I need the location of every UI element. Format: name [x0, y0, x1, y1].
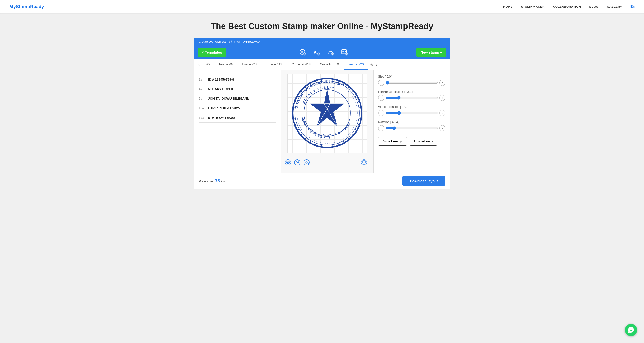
- tab-17[interactable]: Image #17: [262, 59, 287, 70]
- view-toggle-button[interactable]: [285, 159, 291, 167]
- svg-point-10: [343, 50, 344, 51]
- add-image-icon[interactable]: +: [340, 47, 349, 57]
- tabs-bar: ‹ #5 Image #6 Image #13 Image #17 Circle…: [194, 59, 450, 70]
- tab-next-arrow[interactable]: ›: [374, 59, 379, 70]
- vertical-increase-button[interactable]: ›: [439, 110, 445, 116]
- vertical-slider-container: ‹ ›: [378, 110, 445, 116]
- new-stamp-button[interactable]: New stamp +: [416, 48, 446, 57]
- plate-size-info: Plate size: 38 /mm: [199, 178, 227, 184]
- add-text-icon[interactable]: A +: [312, 47, 321, 57]
- svg-text:+: +: [332, 53, 334, 55]
- field-num-18: 18#: [199, 106, 208, 110]
- svg-point-66: [298, 160, 300, 162]
- controls-panel: Size [ 0.0 ] ‹ › Horizontal position [ 2…: [373, 70, 450, 173]
- size-slider-container: ‹ ›: [378, 80, 445, 86]
- canvas-panel: JONITA IDOWU BILESANMI NOTARY PUBLIC ID …: [281, 70, 373, 173]
- svg-text:+: +: [318, 53, 320, 55]
- size-control: Size [ 0.0 ] ‹ ›: [378, 75, 445, 86]
- tab-6[interactable]: Image #6: [214, 59, 237, 70]
- field-num-5: 5#: [199, 97, 208, 100]
- banner-text: Create your own stamp © mySTAMPready.com: [199, 40, 262, 43]
- navbar: MyStampReady HOME STAMP MAKER COLLABORAT…: [0, 0, 644, 13]
- plate-size-unit: /mm: [221, 179, 227, 183]
- vertical-label: Vertical position [ 23.7 ]: [378, 105, 445, 109]
- rotation-control: Rotation [ 49.4 ] ‹ ›: [378, 120, 445, 131]
- svg-rect-71: [363, 163, 365, 164]
- nav-gallery[interactable]: GALLERY: [607, 5, 622, 8]
- size-label: Size [ 0.0 ]: [378, 75, 445, 78]
- select-image-button[interactable]: Select image: [378, 137, 407, 146]
- rotation-decrease-button[interactable]: ‹: [378, 125, 384, 131]
- vertical-slider[interactable]: [386, 111, 438, 115]
- field-row-1: 1# ID # 123456789-8: [199, 75, 276, 84]
- image-action-buttons: Select image Upload own: [378, 137, 445, 146]
- save-canvas-button[interactable]: [361, 159, 367, 167]
- banner-top: Create your own stamp © mySTAMPready.com: [194, 38, 450, 45]
- tab-5[interactable]: #5: [202, 59, 214, 70]
- horizontal-slider[interactable]: [386, 96, 438, 100]
- horizontal-control: Horizontal position [ 23.3 ] ‹ ›: [378, 90, 445, 101]
- svg-text:A: A: [314, 50, 317, 54]
- nav-blog[interactable]: BLOG: [589, 5, 598, 8]
- field-row-18: 18# EXPIRES 01-01-2025: [199, 103, 276, 113]
- language-selector[interactable]: En: [630, 5, 635, 8]
- tab-prev-arrow[interactable]: ‹: [196, 59, 202, 70]
- field-num-19: 19#: [199, 116, 208, 119]
- nav-links: HOME STAMP MAKER COLLABORATION BLOG GALL…: [503, 4, 622, 9]
- brand-logo[interactable]: MyStampReady: [9, 4, 44, 9]
- svg-text:+: +: [304, 53, 306, 55]
- svg-point-64: [288, 162, 289, 163]
- field-val-19: STATE OF TEXAS: [208, 116, 236, 119]
- rotation-slider-container: ‹ ›: [378, 125, 445, 131]
- field-row-4: 4# NOTARY PUBLIC: [199, 84, 276, 94]
- tab-circle-18[interactable]: Circle txt #18: [287, 59, 315, 70]
- horizontal-slider-container: ‹ ›: [378, 95, 445, 101]
- add-arc-icon[interactable]: +: [326, 47, 335, 57]
- hero-title: The Best Custom Stamp maker Online - MyS…: [5, 21, 639, 31]
- vertical-decrease-button[interactable]: ‹: [378, 110, 384, 116]
- bottom-bar: Plate size: 38 /mm Download layout: [194, 173, 450, 189]
- field-val-18: EXPIRES 01-01-2025: [208, 106, 240, 110]
- field-val-5: JONITA IDOWU BILESANMI: [208, 97, 251, 100]
- horizontal-label: Horizontal position [ 23.3 ]: [378, 90, 445, 93]
- canvas-actions: [285, 157, 369, 169]
- rotation-increase-button[interactable]: ›: [439, 125, 445, 131]
- tab-circle-19[interactable]: Circle txt #19: [315, 59, 344, 70]
- field-row-19: 19# STATE OF TEXAS: [199, 113, 276, 123]
- horizontal-increase-button[interactable]: ›: [439, 95, 445, 101]
- svg-text:A: A: [301, 50, 303, 53]
- rotation-label: Rotation [ 49.4 ]: [378, 120, 445, 124]
- plate-size-value: 38: [215, 178, 220, 183]
- svg-rect-70: [362, 161, 365, 163]
- content-area: 1# ID # 123456789-8 4# NOTARY PUBLIC 5# …: [194, 70, 450, 173]
- rotation-slider[interactable]: [386, 126, 438, 130]
- svg-text:+: +: [346, 53, 348, 55]
- effects-button[interactable]: [294, 159, 300, 167]
- nav-collaboration[interactable]: COLLABORATION: [553, 5, 581, 8]
- tab-close-button[interactable]: ⊗: [369, 62, 374, 67]
- nav-stamp-maker[interactable]: STAMP MAKER: [521, 5, 545, 8]
- upload-own-button[interactable]: Upload own: [410, 137, 437, 146]
- hero-section: The Best Custom Stamp maker Online - MyS…: [0, 13, 644, 38]
- fields-panel: 1# ID # 123456789-8 4# NOTARY PUBLIC 5# …: [194, 70, 281, 173]
- paint-bucket-button[interactable]: [303, 159, 310, 167]
- toolbar: < Templates A + A +: [194, 45, 450, 59]
- vertical-control: Vertical position [ 23.7 ] ‹ ›: [378, 105, 445, 116]
- svg-text:EXPIRES 01-01-2025 STATE OF TE: EXPIRES 01-01-2025 STATE OF TEXAS: [300, 117, 352, 137]
- size-decrease-button[interactable]: ‹: [378, 80, 384, 86]
- download-layout-button[interactable]: Download layout: [402, 176, 445, 186]
- field-val-4: NOTARY PUBLIC: [208, 87, 234, 91]
- size-slider[interactable]: [386, 81, 438, 85]
- field-val-1: ID # 123456789-8: [208, 78, 234, 81]
- horizontal-decrease-button[interactable]: ‹: [378, 95, 384, 101]
- tab-image-20[interactable]: Image #20: [344, 59, 368, 70]
- templates-button[interactable]: < Templates: [198, 48, 226, 57]
- stamp-preview: JONITA IDOWU BILESANMI NOTARY PUBLIC ID …: [290, 76, 364, 151]
- field-num-1: 1#: [199, 78, 208, 81]
- nav-home[interactable]: HOME: [503, 5, 513, 8]
- tab-13[interactable]: Image #13: [237, 59, 262, 70]
- stamp-canvas[interactable]: JONITA IDOWU BILESANMI NOTARY PUBLIC ID …: [288, 74, 367, 153]
- size-increase-button[interactable]: ›: [439, 80, 445, 86]
- plate-size-label: Plate size:: [199, 179, 214, 183]
- add-circle-text-icon[interactable]: A +: [298, 47, 307, 57]
